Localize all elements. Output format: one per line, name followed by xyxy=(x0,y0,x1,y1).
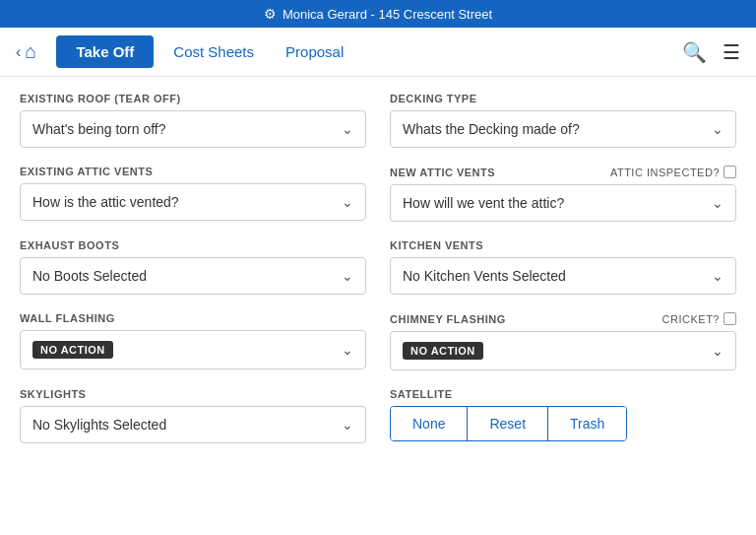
exhaust-boots-field: EXHAUST BOOTS No Boots Selected ⌄ xyxy=(20,239,366,295)
existing-roof-label: EXISTING ROOF (TEAR OFF) xyxy=(20,93,366,104)
user-location-text: Monica Gerard - 145 Crescent Street xyxy=(283,7,492,22)
new-attic-field: NEW ATTIC VENTS Attic Inspected? How wil… xyxy=(390,166,736,222)
satellite-buttons: None Reset Trash xyxy=(390,406,627,441)
skylights-label: SKYLIGHTS xyxy=(20,388,366,400)
skylights-select[interactable]: No Skylights Selected ⌄ xyxy=(20,406,366,443)
nav-right: 🔍 ☰ xyxy=(682,40,740,64)
new-attic-value: How will we vent the attic? xyxy=(403,195,712,211)
exhaust-boots-select[interactable]: No Boots Selected ⌄ xyxy=(20,257,366,295)
existing-attic-label: EXISTING ATTIC VENTS xyxy=(20,166,366,177)
existing-roof-select[interactable]: What's being torn off? ⌄ xyxy=(20,110,366,148)
cricket-checkbox[interactable] xyxy=(724,312,736,325)
proposal-button[interactable]: Proposal xyxy=(274,35,355,68)
satellite-field: SATELLITE None Reset Trash xyxy=(390,388,736,443)
back-arrow-icon[interactable]: ‹ xyxy=(16,43,21,61)
takeoff-button[interactable]: Take Off xyxy=(56,35,154,68)
kitchen-vents-select[interactable]: No Kitchen Vents Selected ⌄ xyxy=(390,257,736,295)
skylights-field: SKYLIGHTS No Skylights Selected ⌄ xyxy=(20,388,366,443)
nav-left: ‹ ⌂ xyxy=(16,40,36,63)
existing-attic-field: EXISTING ATTIC VENTS How is the attic ve… xyxy=(20,166,366,222)
wall-flashing-select[interactable]: NO ACTION ⌄ xyxy=(20,330,366,369)
kitchen-vents-field: KITCHEN VENTS No Kitchen Vents Selected … xyxy=(390,239,736,295)
kitchen-vents-label: KITCHEN VENTS xyxy=(390,239,736,251)
chimney-flashing-select[interactable]: NO ACTION ⌄ xyxy=(390,331,736,370)
form-grid: EXISTING ROOF (TEAR OFF) What's being to… xyxy=(20,93,736,461)
decking-type-label: DECKING TYPE xyxy=(390,93,736,104)
chevron-down-icon: ⌄ xyxy=(712,195,724,211)
gear-icon: ⚙ xyxy=(264,6,277,22)
exhaust-boots-value: No Boots Selected xyxy=(32,268,342,284)
cost-sheets-button[interactable]: Cost Sheets xyxy=(161,35,266,68)
chevron-down-icon: ⌄ xyxy=(712,268,724,284)
no-action-badge: NO ACTION xyxy=(32,341,113,359)
chevron-down-icon: ⌄ xyxy=(712,121,724,137)
chevron-down-icon: ⌄ xyxy=(712,343,724,359)
satellite-label: SATELLITE xyxy=(390,388,736,400)
main-content: EXISTING ROOF (TEAR OFF) What's being to… xyxy=(0,77,756,477)
cricket-label: Cricket? xyxy=(662,312,736,325)
chevron-down-icon: ⌄ xyxy=(342,342,353,358)
existing-roof-value: What's being torn off? xyxy=(32,121,342,137)
exhaust-boots-label: EXHAUST BOOTS xyxy=(20,239,366,251)
new-attic-select[interactable]: How will we vent the attic? ⌄ xyxy=(390,184,736,222)
wall-flashing-label: WALL FLASHING xyxy=(20,312,366,324)
existing-roof-field: EXISTING ROOF (TEAR OFF) What's being to… xyxy=(20,93,366,148)
chimney-flashing-field: CHIMNEY FLASHING Cricket? NO ACTION ⌄ xyxy=(390,312,736,370)
attic-inspected-checkbox[interactable] xyxy=(724,166,736,178)
kitchen-vents-value: No Kitchen Vents Selected xyxy=(403,268,712,284)
skylights-value: No Skylights Selected xyxy=(32,417,342,433)
wall-flashing-field: WALL FLASHING NO ACTION ⌄ xyxy=(20,312,366,370)
decking-type-value: Whats the Decking made of? xyxy=(403,121,712,137)
satellite-reset-button[interactable]: Reset xyxy=(468,407,548,440)
decking-type-field: DECKING TYPE Whats the Decking made of? … xyxy=(390,93,736,148)
menu-icon[interactable]: ☰ xyxy=(723,40,740,64)
decking-type-select[interactable]: Whats the Decking made of? ⌄ xyxy=(390,110,736,148)
satellite-none-button[interactable]: None xyxy=(391,407,468,440)
existing-attic-value: How is the attic vented? xyxy=(32,194,342,210)
attic-inspected-label: Attic Inspected? xyxy=(610,166,736,178)
satellite-trash-button[interactable]: Trash xyxy=(548,407,626,440)
chevron-down-icon: ⌄ xyxy=(342,268,353,284)
chevron-down-icon: ⌄ xyxy=(342,194,353,210)
chimney-flashing-label: CHIMNEY FLASHING Cricket? xyxy=(390,312,736,325)
chevron-down-icon: ⌄ xyxy=(342,121,353,137)
top-bar: ⚙ Monica Gerard - 145 Crescent Street xyxy=(0,0,756,28)
no-action-badge: NO ACTION xyxy=(403,342,483,360)
new-attic-label: NEW ATTIC VENTS Attic Inspected? xyxy=(390,166,736,178)
home-icon[interactable]: ⌂ xyxy=(25,40,36,63)
chevron-down-icon: ⌄ xyxy=(342,417,353,433)
search-icon[interactable]: 🔍 xyxy=(682,40,707,64)
existing-attic-select[interactable]: How is the attic vented? ⌄ xyxy=(20,183,366,221)
nav-bar: ‹ ⌂ Take Off Cost Sheets Proposal 🔍 ☰ xyxy=(0,28,756,77)
